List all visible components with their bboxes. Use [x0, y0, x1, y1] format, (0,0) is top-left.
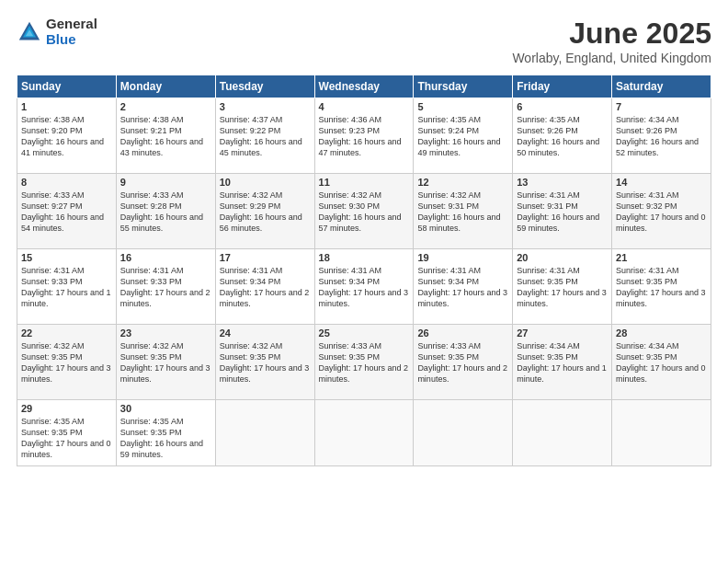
- day-24: 24 Sunrise: 4:32 AMSunset: 9:35 PMDaylig…: [215, 325, 314, 400]
- logo-blue-text: Blue: [46, 32, 97, 48]
- day-5: 5 Sunrise: 4:35 AMSunset: 9:24 PMDayligh…: [414, 98, 513, 174]
- day-6: 6 Sunrise: 4:35 AMSunset: 9:26 PMDayligh…: [513, 98, 612, 174]
- day-10: 10 Sunrise: 4:32 AMSunset: 9:29 PMDaylig…: [215, 174, 314, 249]
- day-12: 12 Sunrise: 4:32 AMSunset: 9:31 PMDaylig…: [414, 174, 513, 249]
- empty-cell-5: [612, 400, 711, 466]
- logo-general-text: General: [46, 17, 97, 32]
- empty-cell-2: [314, 400, 414, 466]
- logo: General Blue: [17, 17, 97, 47]
- col-friday: Friday: [513, 75, 612, 98]
- day-23: 23 Sunrise: 4:32 AMSunset: 9:35 PMDaylig…: [116, 325, 215, 400]
- day-11: 11 Sunrise: 4:32 AMSunset: 9:30 PMDaylig…: [314, 174, 414, 249]
- calendar-table: Sunday Monday Tuesday Wednesday Thursday…: [17, 75, 711, 466]
- calendar-header-row: Sunday Monday Tuesday Wednesday Thursday…: [17, 75, 711, 98]
- day-3: 3 Sunrise: 4:37 AMSunset: 9:22 PMDayligh…: [215, 98, 314, 174]
- calendar-page: General Blue June 2025 Worlaby, England,…: [0, 0, 728, 563]
- calendar-week-2: 8 Sunrise: 4:33 AMSunset: 9:27 PMDayligh…: [17, 174, 711, 249]
- day-13: 13 Sunrise: 4:31 AMSunset: 9:31 PMDaylig…: [513, 174, 612, 249]
- title-block: June 2025 Worlaby, England, United Kingd…: [512, 17, 711, 65]
- day-16: 16 Sunrise: 4:31 AMSunset: 9:33 PMDaylig…: [116, 249, 215, 325]
- empty-cell-1: [215, 400, 314, 466]
- day-15: 15 Sunrise: 4:31 AMSunset: 9:33 PMDaylig…: [17, 249, 117, 325]
- month-title: June 2025: [512, 17, 711, 51]
- day-7: 7 Sunrise: 4:34 AMSunset: 9:26 PMDayligh…: [612, 98, 711, 174]
- day-17: 17 Sunrise: 4:31 AMSunset: 9:34 PMDaylig…: [215, 249, 314, 325]
- day-21: 21 Sunrise: 4:31 AMSunset: 9:35 PMDaylig…: [612, 249, 711, 325]
- day-25: 25 Sunrise: 4:33 AMSunset: 9:35 PMDaylig…: [314, 325, 414, 400]
- calendar-week-1: 1 Sunrise: 4:38 AMSunset: 9:20 PMDayligh…: [17, 98, 711, 174]
- logo-text: General Blue: [46, 17, 97, 47]
- col-tuesday: Tuesday: [215, 75, 314, 98]
- empty-cell-3: [414, 400, 513, 466]
- col-sunday: Sunday: [17, 75, 117, 98]
- day-20: 20 Sunrise: 4:31 AMSunset: 9:35 PMDaylig…: [513, 249, 612, 325]
- calendar-week-3: 15 Sunrise: 4:31 AMSunset: 9:33 PMDaylig…: [17, 249, 711, 325]
- col-monday: Monday: [116, 75, 215, 98]
- day-19: 19 Sunrise: 4:31 AMSunset: 9:34 PMDaylig…: [414, 249, 513, 325]
- empty-cell-4: [513, 400, 612, 466]
- day-1: 1 Sunrise: 4:38 AMSunset: 9:20 PMDayligh…: [17, 98, 117, 174]
- day-30: 30 Sunrise: 4:35 AMSunset: 9:35 PMDaylig…: [116, 400, 215, 466]
- location: Worlaby, England, United Kingdom: [512, 51, 711, 65]
- day-2: 2 Sunrise: 4:38 AMSunset: 9:21 PMDayligh…: [116, 98, 215, 174]
- day-22: 22 Sunrise: 4:32 AMSunset: 9:35 PMDaylig…: [17, 325, 117, 400]
- calendar-week-5: 29 Sunrise: 4:35 AMSunset: 9:35 PMDaylig…: [17, 400, 711, 466]
- day-14: 14 Sunrise: 4:31 AMSunset: 9:32 PMDaylig…: [612, 174, 711, 249]
- col-thursday: Thursday: [414, 75, 513, 98]
- col-saturday: Saturday: [612, 75, 711, 98]
- calendar-week-4: 22 Sunrise: 4:32 AMSunset: 9:35 PMDaylig…: [17, 325, 711, 400]
- header: General Blue June 2025 Worlaby, England,…: [17, 17, 711, 65]
- day-4: 4 Sunrise: 4:36 AMSunset: 9:23 PMDayligh…: [314, 98, 414, 174]
- col-wednesday: Wednesday: [314, 75, 414, 98]
- day-8: 8 Sunrise: 4:33 AMSunset: 9:27 PMDayligh…: [17, 174, 117, 249]
- day-18: 18 Sunrise: 4:31 AMSunset: 9:34 PMDaylig…: [314, 249, 414, 325]
- day-29: 29 Sunrise: 4:35 AMSunset: 9:35 PMDaylig…: [17, 400, 117, 466]
- day-26: 26 Sunrise: 4:33 AMSunset: 9:35 PMDaylig…: [414, 325, 513, 400]
- day-9: 9 Sunrise: 4:33 AMSunset: 9:28 PMDayligh…: [116, 174, 215, 249]
- logo-icon: [17, 19, 42, 45]
- day-27: 27 Sunrise: 4:34 AMSunset: 9:35 PMDaylig…: [513, 325, 612, 400]
- day-28: 28 Sunrise: 4:34 AMSunset: 9:35 PMDaylig…: [612, 325, 711, 400]
